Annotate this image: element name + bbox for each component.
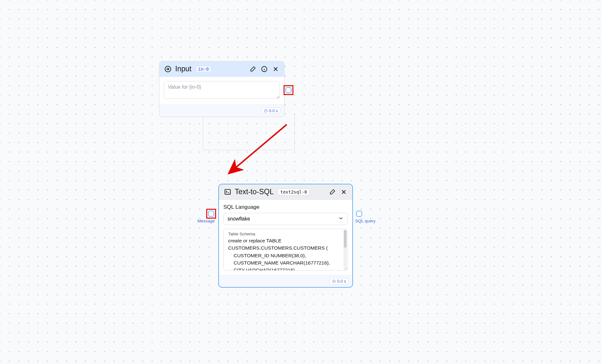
node-input-id-badge: in-0 [195, 66, 212, 73]
node-input-footer: 0.0 s [159, 105, 284, 117]
port-label-sql-query: SQL query [355, 219, 375, 223]
sql-language-label: SQL Language [223, 204, 348, 210]
schema-scrollbar[interactable] [343, 230, 347, 270]
port-input-output[interactable] [285, 87, 291, 93]
close-button[interactable] [272, 65, 280, 73]
node-input-title: Input [175, 65, 191, 73]
resize-handle-icon[interactable] [343, 266, 347, 270]
node-text2sql-header[interactable]: Text-to-SQL text2sql-0 [219, 184, 352, 200]
table-schema-label: Table Schema [228, 232, 348, 236]
terminal-icon [223, 188, 232, 196]
node-input[interactable]: Input in-0 [159, 61, 285, 117]
info-button[interactable] [260, 65, 268, 73]
flow-canvas[interactable]: Input in-0 [0, 0, 602, 364]
node-text2sql-id-badge: text2sql-0 [278, 188, 310, 195]
node-text2sql[interactable]: Text-to-SQL text2sql-0 SQL Language snow… [218, 184, 353, 288]
close-button[interactable] [340, 188, 348, 196]
port-text2sql-output[interactable] [356, 211, 362, 217]
arrow-right-circle-icon [164, 65, 172, 73]
clock-icon [264, 109, 268, 113]
execution-time-badge: 0.0 s [261, 107, 280, 114]
svg-rect-4 [225, 189, 230, 194]
table-schema-content[interactable]: create or replace TABLE CUSTOMERS.CUSTOM… [228, 237, 348, 271]
schema-scrollbar-thumb[interactable] [344, 230, 347, 248]
edit-button[interactable] [249, 65, 257, 73]
execution-time-value: 0.0 s [337, 279, 346, 284]
port-text2sql-input[interactable] [208, 211, 214, 217]
edit-button[interactable] [328, 188, 336, 196]
port-label-message: Message [197, 219, 215, 223]
input-value-textarea[interactable] [164, 81, 280, 99]
node-text2sql-title: Text-to-SQL [235, 188, 274, 196]
sql-language-select[interactable]: snowflake [223, 213, 348, 225]
node-text2sql-footer: 0.0 s [219, 275, 352, 287]
execution-time-value: 0.0 s [269, 108, 278, 113]
node-text2sql-body: SQL Language snowflake Table Schema crea… [219, 200, 352, 275]
node-input-body [159, 77, 284, 105]
node-input-header[interactable]: Input in-0 [159, 61, 284, 77]
execution-time-badge: 0.0 s [330, 278, 349, 284]
clock-icon [332, 279, 336, 283]
table-schema-box[interactable]: Table Schema create or replace TABLE CUS… [223, 229, 348, 271]
connector-stub [203, 115, 295, 150]
chevron-down-icon [338, 215, 344, 222]
sql-language-value: snowflake [227, 216, 250, 222]
